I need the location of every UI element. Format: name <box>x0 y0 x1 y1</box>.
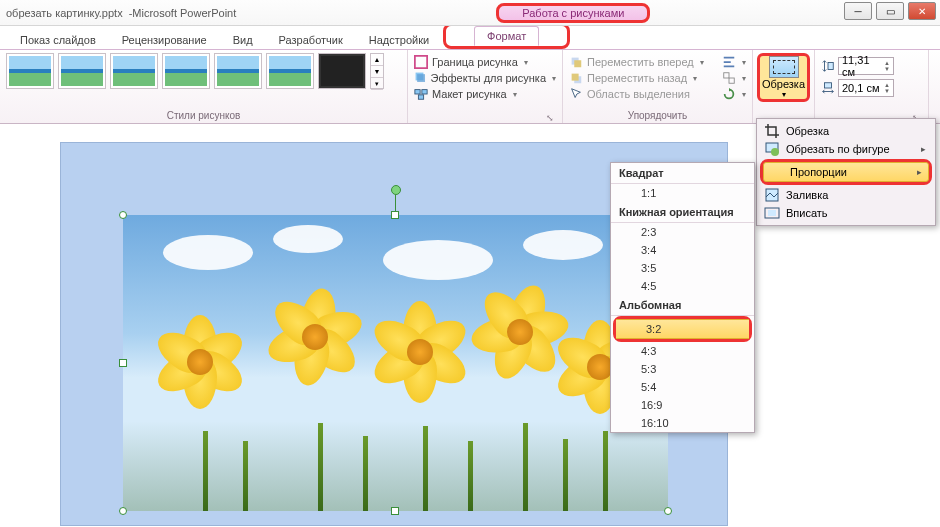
group-label-styles: Стили рисунков <box>6 110 401 123</box>
aspect-option[interactable]: 3:4 <box>611 241 754 259</box>
picture-styles-gallery[interactable]: ▲▼▾ <box>6 53 401 89</box>
crop-icon <box>764 123 780 139</box>
group-label-arrange: Упорядочить <box>569 110 746 123</box>
crop-menu-fit[interactable]: Вписать <box>760 204 932 222</box>
aspect-option[interactable]: 5:3 <box>611 360 754 378</box>
selected-picture[interactable] <box>123 215 668 511</box>
crop-button-label[interactable]: Обрезка <box>762 78 805 90</box>
close-button[interactable]: ✕ <box>908 2 936 20</box>
contextual-group-label: Работа с рисунками <box>502 7 644 19</box>
aspect-ratio-highlight: Пропорции <box>760 159 932 185</box>
maximize-button[interactable]: ▭ <box>876 2 904 20</box>
group-picture-format: Граница рисунка▾ Эффекты для рисунка▾ Ма… <box>408 50 563 123</box>
border-icon <box>414 55 428 69</box>
aspect-option[interactable]: 1:1 <box>611 184 754 202</box>
window-controls: ─ ▭ ✕ <box>844 2 936 20</box>
crop-menu-aspect[interactable]: Пропорции <box>763 162 929 182</box>
svg-rect-4 <box>422 90 427 94</box>
style-thumb[interactable] <box>318 53 366 89</box>
style-thumb[interactable] <box>214 53 262 89</box>
aspect-option-selected[interactable]: 3:2 <box>616 319 749 339</box>
app-name: Microsoft PowerPoint <box>132 7 236 19</box>
aspect-option[interactable]: 5:4 <box>611 378 754 396</box>
resize-handle[interactable] <box>391 211 399 219</box>
crop-menu-crop[interactable]: Обрезка <box>760 122 932 140</box>
svg-rect-2 <box>417 74 425 82</box>
rotate-icon[interactable] <box>722 87 736 101</box>
height-input[interactable]: 11,31 см▲▼ <box>838 57 894 75</box>
selection-icon <box>569 87 583 101</box>
gallery-scroll[interactable]: ▲▼▾ <box>370 53 384 89</box>
aspect-option[interactable]: 16:9 <box>611 396 754 414</box>
aspect-section-square: Квадрат <box>611 163 754 184</box>
style-thumb[interactable] <box>58 53 106 89</box>
svg-rect-13 <box>825 83 832 88</box>
aspect-option[interactable]: 3:5 <box>611 259 754 277</box>
layout-icon <box>414 87 428 101</box>
svg-rect-11 <box>729 78 734 83</box>
tab-review[interactable]: Рецензирование <box>110 31 219 49</box>
width-icon <box>821 81 835 95</box>
fill-icon <box>764 187 780 203</box>
tab-developer[interactable]: Разработчик <box>267 31 355 49</box>
svg-rect-12 <box>828 63 833 70</box>
aspect-section-landscape: Альбомная <box>611 295 754 316</box>
style-thumb[interactable] <box>6 53 54 89</box>
send-backward-button[interactable]: Переместить назад▾ ▾ <box>569 71 746 85</box>
crop-menu-fill[interactable]: Заливка <box>760 186 932 204</box>
width-input[interactable]: 20,1 см▲▼ <box>838 79 894 97</box>
group-picture-styles: ▲▼▾ Стили рисунков <box>0 50 408 123</box>
height-icon <box>821 59 835 73</box>
svg-rect-0 <box>415 56 427 68</box>
style-thumb[interactable] <box>162 53 210 89</box>
ribbon-tabs: Показ слайдов Рецензирование Вид Разрабо… <box>0 26 940 50</box>
resize-handle[interactable] <box>119 359 127 367</box>
crop-menu-shape[interactable]: Обрезать по фигуре <box>760 140 932 158</box>
svg-point-15 <box>771 148 779 156</box>
group-arrange: Переместить вперед▾ ▾ Переместить назад▾… <box>563 50 753 123</box>
tab-format[interactable]: Формат <box>474 26 539 46</box>
bring-forward-button[interactable]: Переместить вперед▾ ▾ <box>569 55 746 69</box>
resize-handle[interactable] <box>119 507 127 515</box>
aspect-option[interactable]: 4:3 <box>611 342 754 360</box>
aspect-option[interactable]: 2:3 <box>611 223 754 241</box>
svg-rect-10 <box>724 73 729 78</box>
height-row: 11,31 см▲▼ <box>821 57 922 75</box>
style-thumb[interactable] <box>266 53 314 89</box>
crop-dropdown-menu: Обрезка Обрезать по фигуре Пропорции Зал… <box>756 118 936 226</box>
align-icon[interactable] <box>722 55 736 69</box>
group-icon[interactable] <box>722 71 736 85</box>
svg-rect-7 <box>574 60 581 67</box>
width-row: 20,1 см▲▼ <box>821 79 922 97</box>
picture-effects-button[interactable]: Эффекты для рисунка▾ <box>414 71 556 85</box>
picture-layout-button[interactable]: Макет рисунка▾ <box>414 87 556 101</box>
rotate-handle[interactable] <box>391 185 401 195</box>
svg-rect-5 <box>418 95 423 99</box>
style-thumb[interactable] <box>110 53 158 89</box>
tab-slideshow[interactable]: Показ слайдов <box>8 31 108 49</box>
svg-rect-18 <box>768 210 776 216</box>
tab-addins[interactable]: Надстройки <box>357 31 441 49</box>
resize-handle[interactable] <box>391 507 399 515</box>
effects-icon <box>414 71 427 85</box>
group-size: 11,31 см▲▼ 20,1 см▲▼ ⤡ <box>815 50 929 123</box>
tab-view[interactable]: Вид <box>221 31 265 49</box>
group-crop: Обрезка ▾ <box>753 50 815 123</box>
resize-handle[interactable] <box>119 211 127 219</box>
aspect-option[interactable]: 4:5 <box>611 277 754 295</box>
aspect-3-2-highlight: 3:2 <box>613 316 752 342</box>
doc-title: обрезать картинку.pptx <box>0 7 123 19</box>
titlebar: обрезать картинку.pptx - Microsoft Power… <box>0 0 940 26</box>
title-sep: - <box>123 7 133 19</box>
minimize-button[interactable]: ─ <box>844 2 872 20</box>
crop-icon[interactable] <box>769 56 799 78</box>
crop-button-highlight: Обрезка ▾ <box>757 53 810 102</box>
ribbon: ▲▼▾ Стили рисунков Граница рисунка▾ Эффе… <box>0 50 940 124</box>
picture-border-button[interactable]: Граница рисунка▾ <box>414 55 556 69</box>
contextual-tab-highlight: Формат <box>443 23 570 49</box>
aspect-option[interactable]: 16:10 <box>611 414 754 432</box>
resize-handle[interactable] <box>664 507 672 515</box>
selection-pane-button[interactable]: Область выделения ▾ <box>569 87 746 101</box>
contextual-tab-group: Работа с рисунками <box>496 3 650 23</box>
styles-dialog-launcher[interactable]: ⤡ <box>414 113 556 123</box>
